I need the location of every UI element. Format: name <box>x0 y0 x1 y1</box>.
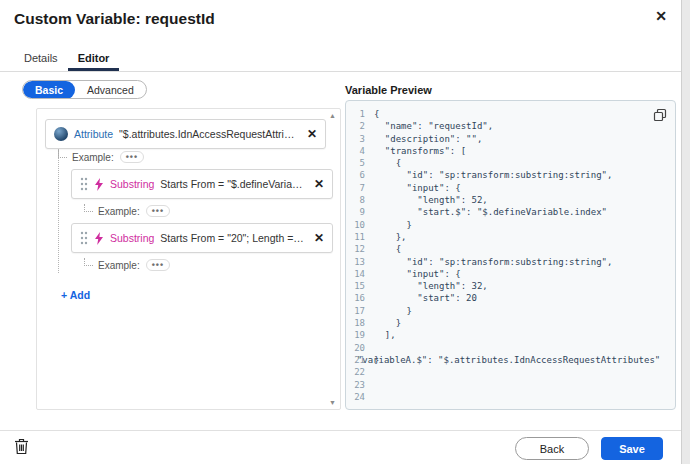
attribute-node[interactable]: Attribute "$.attributes.IdnAccessRequest… <box>45 119 326 149</box>
code-text: "input": { <box>374 269 461 279</box>
substring-node[interactable]: Substring Starts From = "$.defineVariabl… <box>71 169 333 199</box>
variable-preview-title: Variable Preview <box>345 84 432 96</box>
code-line: 5 { <box>346 157 675 169</box>
code-line: 18 } <box>346 317 675 329</box>
transform-tree-panel: ▲ ▼ Attribute "$.attributes.IdnAccessReq… <box>36 108 341 410</box>
code-text: "length": 52, <box>374 195 488 205</box>
code-line: 15 "length": 32, <box>346 280 675 292</box>
example-dots-badge[interactable]: ••• <box>120 151 144 163</box>
tree-connector <box>84 204 93 212</box>
code-line: 13 "id": "sp:transform:substring:string"… <box>346 256 675 268</box>
node-type-label: Substring <box>110 232 154 244</box>
code-text: "start": 20 <box>374 293 477 303</box>
line-number: 23 <box>346 379 374 391</box>
back-button[interactable]: Back <box>515 437 589 460</box>
example-row: Example: ••• <box>59 149 332 165</box>
node-type-label: Substring <box>110 178 154 190</box>
code-text: }, <box>374 232 407 242</box>
tab-bar: Details Editor <box>0 44 681 72</box>
example-label: Example: <box>72 152 114 163</box>
remove-node-icon[interactable]: ✕ <box>314 231 324 245</box>
code-text: "length": 32, <box>374 281 488 291</box>
example-label: Example: <box>98 206 140 217</box>
code-line: 19 ], <box>346 329 675 341</box>
code-line: 1{ <box>346 108 675 120</box>
line-number: 24 <box>346 391 374 403</box>
example-label: Example: <box>98 260 140 271</box>
lightning-icon <box>94 232 104 245</box>
line-number: 21 <box>346 354 374 366</box>
delete-variable-button[interactable] <box>14 438 29 455</box>
line-number: 2 <box>346 120 374 132</box>
code-line: 2 "name": "requestId", <box>346 120 675 132</box>
line-number: 15 <box>346 280 374 292</box>
code-text: "variableA.$": "$.attributes.IdnAccessRe… <box>346 355 660 365</box>
code-line: 22 <box>346 366 675 378</box>
code-text: "start.$": "$.defineVariable.index" <box>374 207 607 217</box>
scroll-up-icon[interactable]: ▲ <box>329 112 336 119</box>
code-text: "description": "", <box>374 134 482 144</box>
line-number: 9 <box>346 206 374 218</box>
code-text: } <box>374 306 412 316</box>
remove-node-icon[interactable]: ✕ <box>307 127 317 141</box>
example-row: Example: ••• <box>85 203 332 219</box>
drag-handle-icon[interactable] <box>80 177 88 191</box>
code-line: 24 <box>346 391 675 403</box>
code-line: 8 "length": 52, <box>346 194 675 206</box>
node-type-label: Attribute <box>74 128 113 140</box>
tab-details[interactable]: Details <box>14 46 68 71</box>
modal-title: Custom Variable: requestId <box>14 10 215 28</box>
scroll-down-icon[interactable]: ▼ <box>329 399 336 406</box>
toggle-advanced[interactable]: Advanced <box>75 81 146 99</box>
code-line: 3 "description": "", <box>346 133 675 145</box>
node-value: Starts From = "20"; Length = "32" <box>160 232 304 244</box>
node-value: Starts From = "$.defineVariable.index... <box>160 178 304 190</box>
line-number: 3 <box>346 133 374 145</box>
save-button[interactable]: Save <box>601 437 663 460</box>
line-number: 4 <box>346 145 374 157</box>
variable-preview-editor: 1{ 2 "name": "requestId", 3 "description… <box>345 100 676 410</box>
code-text: "name": "requestId", <box>374 121 493 131</box>
tree-connector <box>84 258 93 266</box>
line-number: 20 <box>346 342 374 354</box>
code-line: 6 "id": "sp:transform:substring:string", <box>346 169 675 181</box>
screen: Custom Variable: requestId ✕ Details Edi… <box>0 0 690 464</box>
code-text: } <box>374 220 412 230</box>
code-text: "id": "sp:transform:substring:string", <box>374 170 612 180</box>
code-text: "input": { <box>374 183 461 193</box>
code-text: { <box>374 158 401 168</box>
line-number: 19 <box>346 329 374 341</box>
code-line: 10 } <box>346 219 675 231</box>
line-number: 17 <box>346 305 374 317</box>
line-number: 8 <box>346 194 374 206</box>
footer-divider <box>0 430 681 431</box>
line-number: 1 <box>346 108 374 120</box>
code-line: 17 } <box>346 305 675 317</box>
code-line: 23 <box>346 379 675 391</box>
drag-handle-icon[interactable] <box>80 231 88 245</box>
code-line: 12 { <box>346 243 675 255</box>
code-text: { <box>374 109 379 119</box>
copy-icon[interactable] <box>653 108 667 122</box>
custom-variable-modal: Custom Variable: requestId ✕ Details Edi… <box>0 0 682 464</box>
code-line: 11 }, <box>346 231 675 243</box>
code-line: 20 "variableA.$": "$.attributes.IdnAcces… <box>346 342 675 354</box>
close-icon[interactable]: ✕ <box>655 8 667 24</box>
line-number: 18 <box>346 317 374 329</box>
remove-node-icon[interactable]: ✕ <box>314 177 324 191</box>
tab-editor[interactable]: Editor <box>68 46 120 71</box>
line-number: 22 <box>346 366 374 378</box>
example-dots-badge[interactable]: ••• <box>146 205 170 217</box>
add-transform-button[interactable]: + Add <box>61 289 332 301</box>
line-number: 13 <box>346 256 374 268</box>
toggle-basic[interactable]: Basic <box>23 81 75 99</box>
code-text: { <box>374 244 401 254</box>
code-text: ], <box>374 330 396 340</box>
code-line: 9 "start.$": "$.defineVariable.index" <box>346 206 675 218</box>
node-value: "$.attributes.IdnAccessRequestAttributes… <box>119 128 297 140</box>
attribute-children: Example: ••• Substring Starts From = "$.… <box>58 149 332 273</box>
line-number: 10 <box>346 219 374 231</box>
example-dots-badge[interactable]: ••• <box>146 259 170 271</box>
substring-node[interactable]: Substring Starts From = "20"; Length = "… <box>71 223 333 253</box>
code-text: "id": "sp:transform:substring:string", <box>374 257 612 267</box>
